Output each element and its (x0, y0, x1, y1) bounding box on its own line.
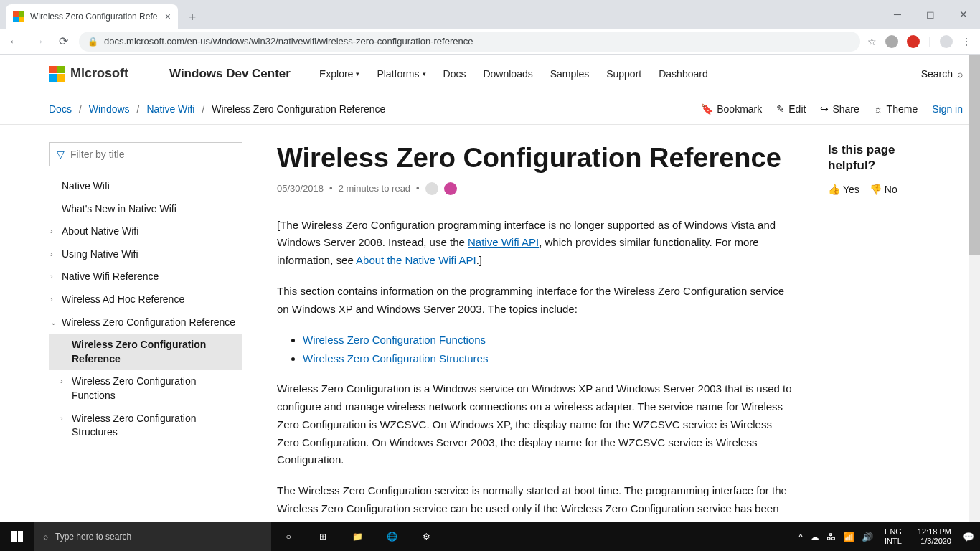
nav-item-reference[interactable]: ›Native Wifi Reference (49, 265, 242, 288)
paragraph: This section contains information on the… (277, 283, 793, 319)
nav-item-using[interactable]: ›Using Native Wifi (49, 243, 242, 266)
feedback-yes[interactable]: 👍Yes (828, 184, 859, 195)
profile-avatar[interactable] (940, 35, 953, 48)
browser-tab[interactable]: Wireless Zero Configuration Refe × (6, 4, 178, 29)
nav-dashboard[interactable]: Dashboard (659, 68, 708, 80)
link-wzc-structures[interactable]: Wireless Zero Configuration Structures (303, 352, 488, 364)
search-label: Search (921, 68, 953, 80)
chevron-right-icon: › (50, 249, 53, 260)
chevron-right-icon: › (60, 376, 63, 387)
search-icon: ⌕ (43, 532, 48, 542)
nav-explore[interactable]: Explore▾ (319, 68, 359, 80)
language-indicator[interactable]: ENGINTL (880, 527, 906, 546)
nav-item-adhoc[interactable]: ›Wireless Ad Hoc Reference (49, 288, 242, 311)
onedrive-icon[interactable]: ☁ (810, 532, 819, 542)
crumb-docs[interactable]: Docs (49, 103, 72, 115)
contributor-avatar[interactable] (425, 182, 438, 195)
volume-icon[interactable]: 🔊 (862, 532, 873, 542)
minimize-button[interactable]: ─ (881, 0, 914, 29)
nav-downloads[interactable]: Downloads (483, 68, 532, 80)
microsoft-logo[interactable]: Microsoft (49, 66, 128, 82)
nav-platforms[interactable]: Platforms▾ (377, 68, 425, 80)
favicon-microsoft (13, 11, 24, 22)
cortana-icon[interactable]: ○ (271, 522, 306, 551)
left-nav: ▽ Native Wifi What's New in Native Wifi … (49, 142, 242, 522)
menu-icon[interactable]: ⋮ (961, 36, 971, 47)
bookmark-button[interactable]: 🔖Bookmark (701, 103, 762, 115)
filter-box[interactable]: ▽ (49, 142, 242, 166)
crumb-current: Wireless Zero Configuration Reference (212, 103, 385, 115)
link-wzc-functions[interactable]: Wireless Zero Configuration Functions (303, 334, 486, 346)
divider (149, 65, 149, 83)
extension-icon[interactable] (885, 35, 898, 48)
new-tab-button[interactable]: + (182, 7, 202, 27)
task-view-icon[interactable]: ⊞ (306, 522, 340, 551)
tab-title: Wireless Zero Configuration Refe (30, 11, 157, 22)
brand-text: Microsoft (70, 66, 128, 81)
start-button[interactable] (0, 522, 34, 551)
crumb-native-wifi[interactable]: Native Wifi (146, 103, 194, 115)
close-window-button[interactable]: ✕ (947, 0, 980, 29)
forward-button[interactable]: → (30, 33, 47, 50)
tray-chevron-icon[interactable]: ^ (798, 532, 803, 542)
nav-sub-wzc-functions[interactable]: ›Wireless Zero Configuration Functions (49, 370, 242, 407)
nav-sub-wzc-structures[interactable]: ›Wireless Zero Configuration Structures (49, 408, 242, 444)
article-meta: 05/30/2018 • 2 minutes to read • (277, 182, 793, 195)
chevron-right-icon: › (50, 271, 53, 282)
nav-support[interactable]: Support (606, 68, 641, 80)
filter-icon: ▽ (57, 149, 65, 160)
feedback-no[interactable]: 👎No (870, 184, 897, 195)
nav-item-whats-new[interactable]: What's New in Native Wifi (49, 198, 242, 221)
feedback-title: Is this page helpful? (828, 142, 943, 174)
wifi-icon[interactable]: 📶 (843, 532, 854, 542)
star-icon[interactable]: ☆ (867, 36, 877, 47)
back-button[interactable]: ← (6, 33, 23, 50)
taskbar-search[interactable]: ⌕ Type here to search (34, 522, 271, 551)
chevron-down-icon: ⌄ (50, 317, 57, 328)
nav-sub-wzc-ref[interactable]: Wireless Zero Configuration Reference (49, 334, 242, 370)
nav-docs[interactable]: Docs (443, 68, 466, 80)
right-rail: Is this page helpful? 👍Yes 👎No (828, 142, 943, 522)
site-title[interactable]: Windows Dev Center (169, 67, 291, 81)
network-icon[interactable]: 🖧 (826, 532, 836, 542)
nav-samples[interactable]: Samples (550, 68, 589, 80)
theme-button[interactable]: ☼Theme (874, 103, 918, 115)
share-icon: ↪ (820, 103, 829, 115)
breadcrumb: Docs/ Windows/ Native Wifi/ Wireless Zer… (49, 103, 385, 115)
chevron-right-icon: › (60, 413, 63, 424)
share-button[interactable]: ↪Share (820, 103, 859, 115)
search-link[interactable]: Search ⌕ (921, 68, 963, 80)
close-tab-icon[interactable]: × (165, 11, 171, 22)
url-field[interactable]: 🔒 docs.microsoft.com/en-us/windows/win32… (79, 32, 860, 52)
app-icon[interactable]: ⚙ (409, 522, 443, 551)
pencil-icon: ✎ (776, 103, 785, 115)
link-about-native-wifi[interactable]: About the Native Wifi API (356, 254, 476, 266)
filter-input[interactable] (70, 149, 235, 160)
nav-item-wzc[interactable]: ⌄Wireless Zero Configuration Reference (49, 311, 242, 334)
scrollbar[interactable] (969, 55, 980, 522)
contributor-avatar[interactable] (444, 182, 457, 195)
nav-item-about[interactable]: ›About Native Wifi (49, 220, 242, 243)
maximize-button[interactable]: ◻ (914, 0, 947, 29)
link-native-wifi-api[interactable]: Native Wifi API (468, 236, 539, 248)
edit-button[interactable]: ✎Edit (776, 103, 806, 115)
address-bar: ← → ⟳ 🔒 docs.microsoft.com/en-us/windows… (0, 29, 980, 55)
thumbs-down-icon: 👎 (870, 184, 882, 195)
chevron-right-icon: › (50, 226, 53, 237)
notifications-icon[interactable]: 💬 (963, 532, 974, 542)
thumbs-up-icon: 👍 (828, 184, 840, 195)
signin-link[interactable]: Sign in (932, 103, 963, 115)
nav-item-native-wifi[interactable]: Native Wifi (49, 175, 242, 198)
search-icon: ⌕ (957, 68, 963, 80)
bookmark-icon: 🔖 (701, 103, 713, 115)
extension-icon-2[interactable] (907, 35, 920, 48)
reload-button[interactable]: ⟳ (55, 33, 72, 50)
clock[interactable]: 12:18 PM1/3/2020 (913, 527, 956, 546)
chrome-icon[interactable]: 🌐 (374, 522, 409, 551)
topic-list: Wireless Zero Configuration Functions Wi… (303, 331, 793, 367)
taskbar: ⌕ Type here to search ○ ⊞ 📁 🌐 ⚙ ^ ☁ 🖧 📶 … (0, 522, 980, 551)
explorer-icon[interactable]: 📁 (340, 522, 374, 551)
crumb-windows[interactable]: Windows (89, 103, 130, 115)
sun-icon: ☼ (874, 103, 883, 115)
paragraph: [The Wireless Zero Configuration program… (277, 217, 793, 270)
